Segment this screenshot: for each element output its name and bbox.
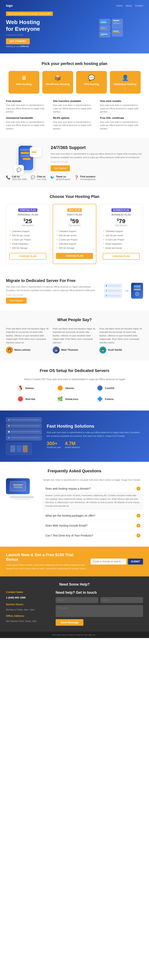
footer-bar: Get more info on how to host for free wi…	[0, 632, 149, 638]
plan-name-2: BUSINESS PLAN	[103, 213, 139, 216]
migrate-img-credit: Image from Freepik	[6, 294, 98, 296]
faq-q-text-2: Does Web Hosting Include Email?	[45, 524, 87, 527]
cta-email-input[interactable]	[90, 558, 126, 565]
faq-toggle-1[interactable]: +	[136, 514, 141, 518]
plan-feat-0-2: 2 Users per Project	[10, 237, 46, 242]
fast-desc: Duis aute irure dolor in reprehenderit i…	[47, 431, 143, 438]
nav-home[interactable]: Home	[116, 4, 122, 7]
contact-info-2: Tweet us @WebSupport	[56, 175, 70, 180]
choose-plan-title: Choose Your Hosting Plan	[6, 194, 143, 199]
plan-card-2: BUSINESS PLAN BUSINESS PLAN $79 PER MONT…	[99, 204, 143, 264]
os-name-almalinux: AlmaLinux	[65, 398, 78, 401]
hosting-card-arrow-2: ↓	[79, 86, 104, 90]
os-icon-centos: 🔵	[96, 385, 103, 391]
faq-illustration	[6, 478, 38, 540]
feature-title-4: 99.9% uptime	[53, 116, 96, 119]
faq-item-1[interactable]: What are the hosting packages on offer? …	[43, 511, 143, 520]
feature-desc-1: Duis aute irure dolor in reprehenderit i…	[53, 103, 96, 113]
os-grid: 🐧 Debian 🟠 Ubuntu 🔵 CentOS 🔴 Red Hat 🌿 A…	[6, 385, 143, 402]
hosting-card-2[interactable]: 💬 VPS hosting ↓	[76, 71, 107, 94]
avatar-1: 👨	[53, 347, 60, 353]
fast-content: Fast Hosting Solutions Duis aute irure d…	[47, 424, 143, 449]
os-section: Free OS Setup for Dedicated Servers Need…	[0, 360, 149, 410]
os-item-centos: 🔵 CentOS	[96, 385, 132, 391]
contact-twitter-icon: 🐦	[50, 175, 54, 180]
plan-card-1: BEST PLAN PARTY PLAN $59 PER MONTH Unlim…	[53, 204, 96, 264]
choose-plan-section: Choose Your Hosting Plan STARTING PLAN P…	[0, 188, 149, 271]
form-name-row	[55, 597, 143, 603]
nav-about[interactable]: About	[125, 4, 132, 7]
stat-label-1: Hosted Websites	[65, 446, 80, 449]
hosting-card-arrow-1: ↓	[45, 86, 70, 90]
plan-price-2: $79	[103, 218, 139, 224]
contact-info-0: Call us (555) 856-1890	[12, 175, 27, 180]
stat-num-1: 4.7M	[65, 441, 80, 446]
feature-1: Site transfers available Duis aute irure…	[53, 100, 96, 113]
testimonials-section: What People Say? Proin sed libero amet n…	[0, 310, 149, 360]
hosting-card-title-1: WordPress Hosting	[45, 83, 70, 86]
plan-feat-2-2: 5 Users per Project	[103, 237, 139, 242]
plan-feat-2-3: Email Integration	[103, 242, 139, 246]
hosting-card-0[interactable]: 🖥 Web hosting ↓	[8, 71, 39, 94]
hero-price: Starting as only $4/Month	[6, 45, 99, 48]
faq-q-text-1: What are the hosting packages on offer?	[45, 514, 95, 517]
contact-value-2: @WebSupport	[56, 178, 70, 180]
plan-period-0: PER MONTH	[10, 224, 46, 227]
features-grid: Free domain Duis aute irure dolor in rep…	[6, 100, 143, 130]
stat-label-0: Growth per year	[47, 446, 61, 449]
feature-desc-2: Duis aute irure dolor in reprehenderit i…	[100, 103, 143, 113]
hosting-card-icon-2: 💬	[79, 75, 104, 81]
cta-form: SUBMIT	[90, 558, 143, 565]
faq-question-0[interactable]: Does web hosting require a domain? −	[43, 484, 143, 493]
faq-toggle-0[interactable]: −	[136, 487, 141, 491]
faq-item-0: Does web hosting require a domain? − Ans…	[43, 484, 143, 510]
feature-0: Free domain Duis aute irure dolor in rep…	[6, 100, 49, 113]
faq-item-3[interactable]: Can I Test Drive Any of Your Products? +	[43, 531, 143, 540]
cta-submit-button[interactable]: SUBMIT	[128, 558, 143, 565]
feature-2: One-click installs Duis aute irure dolor…	[100, 100, 143, 113]
form-email-input[interactable]	[100, 597, 143, 603]
support-title: 24/7/365 Support	[51, 145, 143, 150]
contact-item-3: ❓ Find answers Knowledgebase	[74, 175, 96, 180]
testimonial-text-2: Proin sed libero amet nisl faucibus fugu…	[99, 327, 143, 345]
hosting-card-3[interactable]: 👤 Dedicated hosting ↓	[110, 71, 141, 94]
migrate-cta-button[interactable]: Free Migrate	[6, 298, 27, 304]
contact-item-1: 💬 Chat us Live Chat	[31, 175, 46, 180]
plan-period-2: PER MONTH	[103, 224, 139, 227]
support-content: 24/7/365 Support Duis aute irure dolor i…	[51, 145, 143, 171]
nav-contact[interactable]: Contact	[135, 4, 143, 7]
plan-btn-1[interactable]: CHOOSE PLAN	[56, 253, 93, 259]
form-send-button[interactable]: Send Message	[55, 619, 84, 626]
form-name-input[interactable]	[55, 597, 98, 603]
plan-feat-2-0: Unlimited Support	[103, 229, 139, 233]
plan-cards-container: STARTING PLAN PERSONAL PLAN $25 PER MONT…	[6, 204, 143, 264]
faq-toggle-2[interactable]: +	[136, 523, 141, 528]
form-message-input[interactable]	[55, 605, 143, 617]
os-icon-almalinux: 🌿	[57, 396, 63, 402]
plan-features-0: Unlimited Support 100 Gb per month 2 Use…	[10, 229, 46, 250]
os-icon-ubuntu: 🟠	[57, 385, 63, 391]
plan-btn-0[interactable]: CHOOSE PLAN	[10, 253, 46, 260]
plan-btn-2[interactable]: CHOOSE PLAN	[103, 253, 139, 260]
hero-cta-button[interactable]: GET STARTED	[6, 38, 30, 44]
contact-item-2: 🐦 Tweet us @WebSupport	[50, 175, 70, 180]
office-value: 302 Fletcher Drive, Texas, USA	[6, 619, 50, 623]
contact-info-3: Find answers Knowledgebase	[80, 175, 96, 180]
testimonial-text-1: Proin sed libero amet nisl faucibus fugu…	[53, 327, 96, 345]
faq-toggle-3[interactable]: +	[136, 533, 141, 538]
stat-num-0: 300+	[47, 441, 61, 446]
help-contact-info: Contact Sales 1 (646) 893 1066 Service H…	[6, 590, 50, 626]
avatar-0: 👩	[6, 347, 13, 353]
hero-text: Web Hosting for Everyone Image from Free…	[6, 19, 99, 48]
help-footer: Need Some Help? Contact Sales 1 (646) 89…	[0, 576, 149, 632]
feature-3: Unmetered bandwidth Duis aute irure dolo…	[6, 116, 49, 130]
hero-img-credit: Image from Freepik	[6, 34, 99, 36]
support-cta-button[interactable]: Get Started	[51, 165, 70, 171]
hosting-card-1[interactable]: 📦 WordPress Hosting ↓	[42, 71, 73, 94]
faq-item-2[interactable]: Does Web Hosting Include Email? +	[43, 522, 143, 530]
support-desc: Duis aute irure dolor in reprehenderit i…	[51, 152, 143, 159]
feature-title-5: Free SSL certificate	[100, 116, 143, 119]
contact-title-2: Tweet us	[56, 175, 70, 178]
plan-name-0: PERSONAL PLAN	[10, 213, 46, 216]
contact-value-1: Live Chat	[37, 178, 46, 180]
